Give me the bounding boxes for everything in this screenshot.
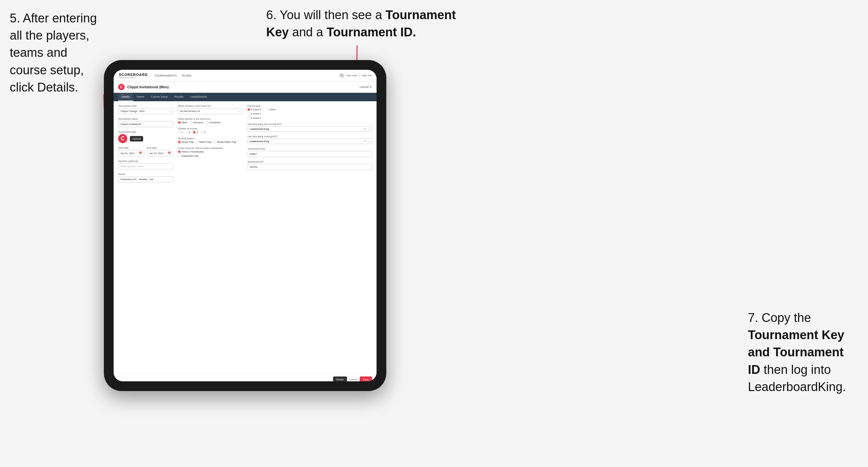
format-6count5[interactable]: 6 count 5 bbox=[247, 117, 372, 119]
nav-tournaments[interactable]: TOURNAMENTS bbox=[154, 74, 177, 77]
gender-combined[interactable]: Combined bbox=[206, 121, 220, 124]
tournament-id-field[interactable]: 302051 bbox=[247, 164, 372, 170]
host-select[interactable]: Clippd College - Men bbox=[118, 108, 173, 114]
tournament-header: C Clippd Invitational (Men) Cancel ✕ bbox=[114, 82, 376, 93]
save-button[interactable]: Save bbox=[360, 376, 372, 381]
radio-r3[interactable] bbox=[193, 131, 196, 134]
logo-area: C Upload bbox=[118, 134, 173, 143]
step7-instruction: 7. Copy the Tournament Key and Tournamen… bbox=[748, 309, 858, 396]
clear-icon-2[interactable]: ✕ bbox=[364, 140, 366, 143]
teams-group: Is this event for Teams and/or Individua… bbox=[178, 147, 243, 157]
middle-column: Which division is the event for? NCAA Di… bbox=[178, 104, 243, 371]
venue-group: Venue Peachtree GC - Atlanta - GA bbox=[118, 173, 173, 182]
sponsor-input[interactable]: Enter sponsor name bbox=[118, 163, 173, 169]
gender-group: Which gender is the event for? Mens Wome… bbox=[178, 118, 243, 124]
end-date-input[interactable]: Jan 23, 2024 📅 bbox=[147, 150, 173, 156]
radio-6c4[interactable] bbox=[247, 112, 250, 115]
cancel-button[interactable]: Cancel ✕ bbox=[359, 85, 372, 89]
start-date-input[interactable]: Jan 21, 2024 📅 bbox=[118, 150, 145, 156]
rounds-radio-group: 1 2 3 4 bbox=[178, 131, 243, 134]
radio-match[interactable] bbox=[196, 141, 199, 144]
logo-group: Tournament logo C Upload bbox=[118, 130, 173, 143]
user-name: Test User bbox=[346, 74, 358, 77]
tablet-screen: SCOREBOARD Powered by clippd TOURNAMENTS… bbox=[114, 70, 376, 381]
end-date-group: End date Jan 23, 2024 📅 bbox=[147, 146, 173, 156]
calendar-icon-end: 📅 bbox=[167, 152, 171, 155]
sponsor-group: Sponsor (optional) Enter sponsor name bbox=[118, 160, 173, 169]
venue-select[interactable]: Peachtree GC - Atlanta - GA bbox=[118, 176, 173, 182]
round-3[interactable]: 3 bbox=[193, 131, 198, 134]
radio-mens[interactable] bbox=[178, 121, 181, 124]
upload-button[interactable]: Upload bbox=[130, 136, 143, 142]
format-other[interactable]: Other bbox=[266, 108, 276, 111]
format-group: Format type 5 count 4 Other bbox=[247, 104, 372, 119]
tab-course-setup[interactable]: Course Setup bbox=[148, 93, 171, 101]
gender-womens[interactable]: Womens bbox=[190, 121, 203, 124]
division-select[interactable]: NCAA Division III bbox=[178, 108, 243, 114]
individuals-only[interactable]: Individuals Only bbox=[178, 154, 199, 157]
tabs-bar: Details Teams Course Setup Results Leade… bbox=[114, 93, 376, 101]
separator: | bbox=[359, 74, 360, 77]
cancel-footer-button[interactable]: Cancel bbox=[349, 378, 358, 381]
date-row: Start date Jan 21, 2024 📅 End date Jan 2… bbox=[118, 146, 173, 156]
third-party-1-select[interactable]: Leaderboard King ✕ ⌄ bbox=[247, 126, 372, 132]
radio-5c4[interactable] bbox=[247, 108, 250, 111]
calendar-icon: 📅 bbox=[138, 152, 142, 155]
radio-r1[interactable] bbox=[178, 131, 181, 134]
form-area: Tournament Host Clippd College - Men Tou… bbox=[114, 101, 376, 374]
radio-teams[interactable] bbox=[178, 150, 181, 153]
rounds-group: Number of rounds 1 2 3 bbox=[178, 127, 243, 134]
tab-results[interactable]: Results bbox=[171, 93, 187, 101]
gender-mens[interactable]: Mens bbox=[178, 121, 187, 124]
format-6count4[interactable]: 6 count 4 bbox=[247, 112, 372, 115]
name-input[interactable]: Clippd Invitational bbox=[118, 121, 173, 127]
tournament-id-group: Tournament ID 302051 bbox=[247, 160, 372, 170]
division-group: Which division is the event for? NCAA Di… bbox=[178, 104, 243, 114]
logo-main: SCOREBOARD bbox=[119, 73, 148, 76]
delete-button[interactable]: Delete bbox=[333, 376, 347, 381]
scoreboard-logo: SCOREBOARD Powered by clippd bbox=[119, 73, 148, 79]
third-party-2-select[interactable]: Leaderboard King ✕ ⌄ bbox=[247, 138, 372, 144]
round-2[interactable]: 2 bbox=[185, 131, 190, 134]
nav-teams[interactable]: TEAMS bbox=[182, 74, 191, 77]
scoring-group: Scoring system Stroke Play Match Play bbox=[178, 137, 243, 144]
clear-icon-1[interactable]: ✕ bbox=[364, 128, 366, 130]
host-label: Tournament Host bbox=[118, 104, 173, 107]
sign-out-link[interactable]: Sign out bbox=[362, 74, 371, 77]
round-4[interactable]: 4 bbox=[200, 131, 206, 134]
radio-stroke[interactable] bbox=[178, 141, 181, 144]
teams-plus-indiv[interactable]: Teams (+Individuals) bbox=[178, 150, 204, 153]
tablet-frame: SCOREBOARD Powered by clippd TOURNAMENTS… bbox=[104, 60, 386, 391]
radio-medal[interactable] bbox=[213, 141, 216, 144]
chevron-down-icon-1: ⌄ bbox=[368, 128, 370, 130]
tab-details[interactable]: Details bbox=[118, 93, 133, 101]
gender-radio-group: Mens Womens Combined bbox=[178, 121, 243, 124]
format-5count4[interactable]: 5 count 4 bbox=[247, 108, 261, 111]
radio-womens[interactable] bbox=[190, 121, 193, 124]
round-1[interactable]: 1 bbox=[178, 131, 183, 134]
radio-combined[interactable] bbox=[206, 121, 209, 124]
logo-c-icon: C bbox=[118, 134, 127, 143]
tournament-key-field[interactable]: b4f8b7 bbox=[247, 151, 372, 157]
radio-indiv[interactable] bbox=[178, 154, 181, 157]
scoring-radio-group: Stroke Play Match Play Medal Match Play bbox=[178, 141, 243, 144]
chevron-down-icon-2: ⌄ bbox=[368, 140, 370, 143]
name-label: Tournament name bbox=[118, 118, 173, 120]
format-row-1: 5 count 4 Other bbox=[247, 108, 372, 111]
teams-radio-group: Teams (+Individuals) Individuals Only bbox=[178, 150, 243, 157]
radio-r2[interactable] bbox=[185, 131, 188, 134]
radio-r4[interactable] bbox=[200, 131, 204, 134]
scoring-medal[interactable]: Medal Match Play bbox=[213, 141, 236, 144]
radio-other[interactable] bbox=[266, 108, 269, 111]
avatar: TU bbox=[339, 73, 344, 78]
format-options: 5 count 4 Other 6 count 4 bbox=[247, 108, 372, 119]
step6-instruction: 6. You will then see a Tournament Key an… bbox=[266, 6, 461, 41]
tournament-title: Clippd Invitational (Men) bbox=[127, 85, 359, 89]
scoring-stroke[interactable]: Stroke Play bbox=[178, 141, 194, 144]
radio-6c5[interactable] bbox=[247, 117, 250, 119]
tab-leaderboards[interactable]: Leaderboards bbox=[187, 93, 210, 101]
name-group: Tournament name Clippd Invitational bbox=[118, 118, 173, 127]
tab-teams[interactable]: Teams bbox=[133, 93, 148, 101]
scoring-match[interactable]: Match Play bbox=[196, 141, 211, 144]
host-group: Tournament Host Clippd College - Men bbox=[118, 104, 173, 114]
